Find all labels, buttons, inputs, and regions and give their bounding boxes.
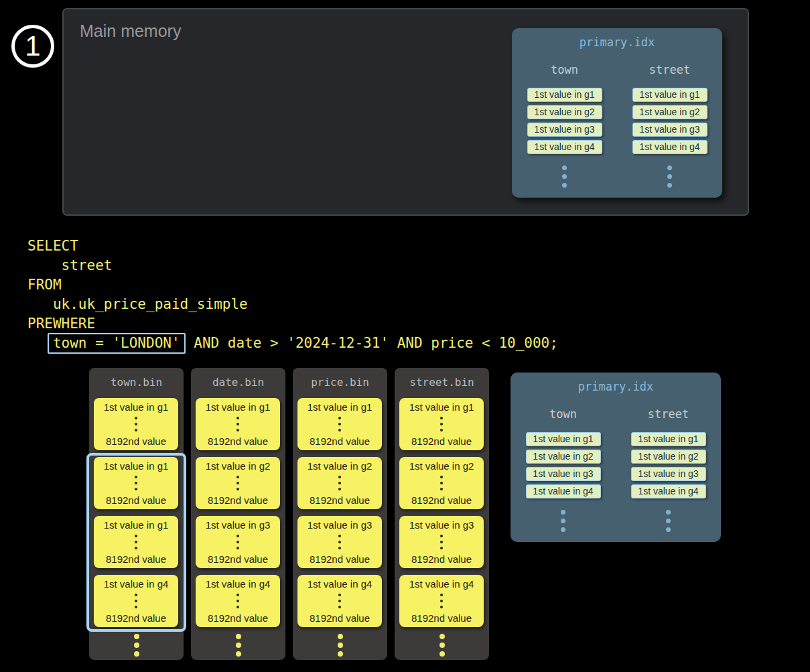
granule-first-value: 1st value in g3 xyxy=(206,519,271,531)
idx-entry: 1st value in g2 xyxy=(632,105,707,119)
ellipsis-dots xyxy=(89,632,184,658)
granule-first-value: 1st value in g2 xyxy=(409,460,474,472)
ellipsis-dots xyxy=(440,415,443,433)
granule-first-value: 1st value in g3 xyxy=(409,519,474,531)
granule-first-value: 1st value in g4 xyxy=(308,578,373,590)
ellipsis-dots xyxy=(135,415,137,433)
bin-column-title: date.bin xyxy=(191,376,285,389)
sql-line: PREWHERE xyxy=(27,314,558,334)
granule-first-value: 1st value in g4 xyxy=(206,578,271,590)
granule-last-value: 8192nd value xyxy=(310,553,370,565)
sql-line-prewhere-condition: town = 'LONDON' AND date > '2024-12-31' … xyxy=(27,334,558,353)
primary-idx-title: primary.idx xyxy=(511,380,721,393)
granule-box: 1st value in g3 8192nd value xyxy=(196,516,280,568)
granule-last-value: 8192nd value xyxy=(411,494,472,506)
bin-column-price: price.bin 1st value in g1 8192nd value 1… xyxy=(293,368,387,660)
diagram-canvas: 1 Main memory primary.idx town 1st value… xyxy=(0,0,810,672)
idx-entry: 1st value in g1 xyxy=(631,432,706,446)
granule-box: 1st value in g3 8192nd value xyxy=(399,516,484,568)
idx-entry: 1st value in g4 xyxy=(527,140,602,154)
ellipsis-dots xyxy=(293,632,387,658)
ellipsis-dots xyxy=(338,592,341,610)
granule-box: 1st value in g1 8192nd value xyxy=(196,398,280,450)
idx-entry: 1st value in g1 xyxy=(632,88,707,102)
granule-box: 1st value in g4 8192nd value xyxy=(94,575,178,627)
granule-box: 1st value in g2 8192nd value xyxy=(196,457,280,509)
granule-last-value: 8192nd value xyxy=(106,435,166,447)
prewhere-town-highlight-box: town = 'LONDON' xyxy=(48,333,186,354)
sql-line: uk.uk_price_paid_simple xyxy=(27,295,558,314)
idx-column-header-street: street xyxy=(649,63,690,76)
idx-column-header-town: town xyxy=(549,407,577,421)
ellipsis-dots xyxy=(237,474,239,492)
idx-column-town: town 1st value in g1 1st value in g2 1st… xyxy=(512,63,617,190)
idx-entry: 1st value in g2 xyxy=(631,450,706,464)
granule-box: 1st value in g4 8192nd value xyxy=(196,575,280,627)
bin-column-title: price.bin xyxy=(293,376,387,389)
ellipsis-dots xyxy=(338,415,341,433)
idx-column-town: town 1st value in g1 1st value in g2 1st… xyxy=(511,407,616,534)
main-memory-title: Main memory xyxy=(80,21,181,41)
bin-column-title: town.bin xyxy=(89,376,184,389)
granule-last-value: 8192nd value xyxy=(208,553,268,565)
ellipsis-dots xyxy=(237,533,239,551)
granule-first-value: 1st value in g4 xyxy=(409,578,474,590)
idx-entry: 1st value in g3 xyxy=(527,123,602,137)
granule-box: 1st value in g1 8192nd value xyxy=(399,398,484,450)
ellipsis-dots xyxy=(237,415,239,433)
ellipsis-dots xyxy=(561,508,565,534)
bin-column-town: town.bin 1st value in g1 8192nd value 1s… xyxy=(89,368,184,660)
idx-column-header-town: town xyxy=(551,63,578,76)
idx-entry: 1st value in g2 xyxy=(527,105,602,119)
granule-last-value: 8192nd value xyxy=(310,494,370,506)
granule-box: 1st value in g4 8192nd value xyxy=(297,575,382,627)
granule-last-value: 8192nd value xyxy=(310,435,370,447)
ellipsis-dots xyxy=(135,474,137,492)
granule-last-value: 8192nd value xyxy=(208,435,268,447)
sql-line: street xyxy=(27,256,558,275)
ellipsis-dots xyxy=(440,592,443,610)
granule-first-value: 1st value in g1 xyxy=(206,401,271,413)
granule-box: 1st value in g4 8192nd value xyxy=(399,575,484,627)
idx-entry: 1st value in g1 xyxy=(526,432,601,446)
ellipsis-dots xyxy=(667,163,672,190)
ellipsis-dots xyxy=(135,592,137,610)
granule-first-value: 1st value in g2 xyxy=(308,460,373,472)
sql-line: FROM xyxy=(27,275,558,295)
ellipsis-dots xyxy=(338,474,341,492)
sql-rest: AND date > '2024-12-31' AND price < 10_0… xyxy=(186,335,558,351)
granule-box: 1st value in g1 8192nd value xyxy=(94,516,178,568)
idx-entry: 1st value in g3 xyxy=(526,467,601,481)
idx-entry: 1st value in g4 xyxy=(632,140,707,154)
sql-line: SELECT xyxy=(27,237,558,256)
granule-first-value: 1st value in g1 xyxy=(104,460,169,472)
granule-last-value: 8192nd value xyxy=(106,553,166,565)
granule-box: 1st value in g3 8192nd value xyxy=(297,516,382,568)
granule-first-value: 1st value in g4 xyxy=(104,578,169,590)
granule-first-value: 1st value in g3 xyxy=(308,519,373,531)
ellipsis-dots xyxy=(237,592,239,610)
granule-box: 1st value in g1 8192nd value xyxy=(94,457,178,509)
bin-column-street: street.bin 1st value in g1 8192nd value … xyxy=(395,368,489,660)
idx-entry: 1st value in g4 xyxy=(526,484,601,498)
granule-first-value: 1st value in g1 xyxy=(104,519,169,531)
granule-last-value: 8192nd value xyxy=(411,553,472,565)
granule-last-value: 8192nd value xyxy=(208,494,268,506)
idx-entry: 1st value in g3 xyxy=(632,123,707,137)
granule-first-value: 1st value in g2 xyxy=(206,460,271,472)
primary-idx-panel-disk: primary.idx town 1st value in g1 1st val… xyxy=(511,373,721,542)
granule-box: 1st value in g2 8192nd value xyxy=(399,457,484,509)
main-memory-box: Main memory primary.idx town 1st value i… xyxy=(62,8,749,216)
granule-last-value: 8192nd value xyxy=(208,612,268,624)
ellipsis-dots xyxy=(135,533,137,551)
idx-column-street: street 1st value in g1 1st value in g2 1… xyxy=(617,63,722,190)
granule-last-value: 8192nd value xyxy=(106,612,166,624)
idx-entry: 1st value in g2 xyxy=(526,450,601,464)
primary-idx-panel-memory: primary.idx town 1st value in g1 1st val… xyxy=(512,28,722,198)
primary-idx-columns: town 1st value in g1 1st value in g2 1st… xyxy=(512,63,722,190)
ellipsis-dots xyxy=(191,632,285,658)
ellipsis-dots xyxy=(395,632,489,658)
idx-entry: 1st value in g4 xyxy=(631,484,706,498)
granule-box: 1st value in g1 8192nd value xyxy=(94,398,178,450)
bin-column-title: street.bin xyxy=(395,376,489,389)
